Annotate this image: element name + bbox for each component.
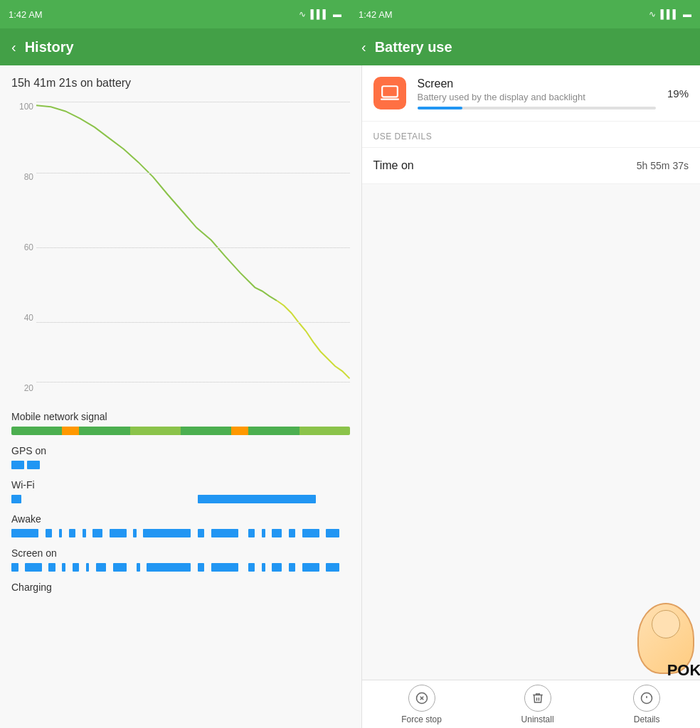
time-on-value: 5h 55m 37s bbox=[637, 160, 689, 171]
grid-line-80 bbox=[36, 173, 350, 173]
screen-progress-bar bbox=[418, 107, 656, 109]
gps-block-2 bbox=[27, 461, 40, 469]
grid-line-40 bbox=[36, 322, 350, 323]
svg-rect-1 bbox=[382, 86, 398, 97]
screen-b15 bbox=[272, 563, 282, 572]
awake-b7 bbox=[110, 529, 127, 537]
wifi-block-2 bbox=[198, 495, 316, 503]
screen-b13 bbox=[248, 563, 255, 572]
right-back-button[interactable]: ‹ bbox=[361, 39, 366, 55]
signal-icon-right: ▌▌▌ bbox=[660, 9, 679, 19]
screen-on-section: Screen on bbox=[11, 547, 350, 572]
wifi-icon: ∿ bbox=[299, 9, 306, 19]
awake-b2 bbox=[46, 529, 53, 537]
screen-on-label: Screen on bbox=[11, 547, 350, 559]
screen-b4 bbox=[62, 563, 65, 572]
awake-b9 bbox=[143, 529, 191, 537]
time-on-label: Time on bbox=[373, 159, 414, 172]
charging-label: Charging bbox=[11, 582, 350, 593]
y-label-100: 100 bbox=[11, 102, 36, 112]
screen-progress-fill bbox=[418, 107, 463, 109]
details-action[interactable]: Details bbox=[633, 685, 660, 724]
gps-label: GPS on bbox=[11, 445, 350, 456]
screen-b16 bbox=[289, 563, 296, 572]
battery-use-panel: Screen Battery used by the display and b… bbox=[362, 65, 701, 728]
use-details-header: USE DETAILS bbox=[362, 122, 701, 148]
battery-item-screen: Screen Battery used by the display and b… bbox=[362, 65, 701, 122]
screen-b3 bbox=[48, 563, 55, 572]
left-back-button[interactable]: ‹ bbox=[11, 39, 16, 55]
screen-percent: 19% bbox=[667, 87, 689, 100]
time-on-row: Time on 5h 55m 37s bbox=[362, 148, 701, 184]
left-status-bar: 1:42 AM ∿ ▌▌▌ ▬ bbox=[0, 0, 350, 28]
screen-b11 bbox=[198, 563, 205, 572]
y-label-40: 40 bbox=[11, 313, 36, 323]
wifi-block-1 bbox=[11, 495, 21, 503]
mascot-container: POKDE.NET bbox=[637, 603, 694, 674]
screen-info: Screen Battery used by the display and b… bbox=[418, 77, 656, 109]
awake-b14 bbox=[272, 529, 282, 537]
chart-y-labels: 100 80 60 40 20 bbox=[11, 98, 36, 397]
screen-b6 bbox=[86, 563, 90, 572]
details-label: Details bbox=[634, 714, 660, 724]
screen-b10 bbox=[147, 563, 191, 572]
awake-label: Awake bbox=[11, 513, 350, 525]
awake-b4 bbox=[69, 529, 76, 537]
grid-line-20 bbox=[36, 382, 350, 382]
battery-duration: 15h 41m 21s on battery bbox=[11, 77, 350, 90]
wifi-icon-right: ∿ bbox=[649, 9, 656, 19]
y-label-80: 80 bbox=[11, 172, 36, 182]
details-icon[interactable] bbox=[633, 685, 660, 712]
gps-section: GPS on bbox=[11, 445, 350, 469]
force-stop-label: Force stop bbox=[401, 714, 442, 724]
right-time: 1:42 AM bbox=[359, 9, 393, 20]
mobile-network-label: Mobile network signal bbox=[11, 411, 350, 422]
awake-b6 bbox=[92, 529, 102, 537]
screen-b14 bbox=[262, 563, 265, 572]
battery-icon-right: ▬ bbox=[683, 9, 691, 19]
mascot-head bbox=[652, 610, 680, 638]
screen-icon bbox=[373, 77, 406, 109]
wifi-bar bbox=[11, 495, 350, 503]
screen-desc: Battery used by the display and backligh… bbox=[418, 92, 656, 102]
left-app-bar: ‹ History bbox=[0, 28, 350, 65]
pokde-watermark: POKDE.NET bbox=[529, 566, 700, 680]
awake-b5 bbox=[83, 529, 86, 537]
right-app-bar: ‹ Battery use bbox=[350, 28, 700, 65]
uninstall-label: Uninstall bbox=[521, 714, 554, 724]
awake-bar bbox=[11, 529, 350, 537]
awake-section: Awake bbox=[11, 513, 350, 537]
y-label-20: 20 bbox=[11, 383, 36, 393]
screen-b12 bbox=[211, 563, 238, 572]
battery-chart-container: 100 80 60 40 20 bbox=[11, 98, 350, 397]
bottom-action-bar: Force stop Uninstall bbox=[362, 680, 701, 728]
awake-b10 bbox=[198, 529, 205, 537]
uninstall-icon[interactable] bbox=[524, 685, 551, 712]
screen-b5 bbox=[73, 563, 80, 572]
screen-on-bar bbox=[11, 563, 350, 572]
mobile-network-section: Mobile network signal bbox=[11, 411, 350, 435]
history-panel: 15h 41m 21s on battery 100 80 60 40 20 bbox=[0, 65, 362, 728]
left-status-icons: ∿ ▌▌▌ ▬ bbox=[299, 9, 341, 19]
right-app-bar-title: Battery use bbox=[375, 39, 452, 55]
mobile-network-bar bbox=[11, 427, 350, 435]
screen-b18 bbox=[326, 563, 339, 572]
screen-b1 bbox=[11, 563, 18, 572]
charging-section: Charging bbox=[11, 582, 350, 593]
awake-b16 bbox=[302, 529, 319, 537]
awake-b17 bbox=[326, 529, 339, 537]
uninstall-action[interactable]: Uninstall bbox=[521, 685, 554, 724]
awake-b1 bbox=[11, 529, 38, 537]
wifi-section: Wi-Fi bbox=[11, 479, 350, 503]
right-status-icons: ∿ ▌▌▌ ▬ bbox=[649, 9, 691, 19]
screen-b8 bbox=[113, 563, 127, 572]
left-time: 1:42 AM bbox=[9, 9, 43, 20]
awake-b12 bbox=[248, 529, 255, 537]
y-label-60: 60 bbox=[11, 242, 36, 252]
force-stop-action[interactable]: Force stop bbox=[401, 685, 442, 724]
wifi-label: Wi-Fi bbox=[11, 479, 350, 491]
awake-b11 bbox=[211, 529, 238, 537]
force-stop-icon[interactable] bbox=[408, 685, 435, 712]
screen-b17 bbox=[302, 563, 319, 572]
screen-b2 bbox=[25, 563, 42, 572]
